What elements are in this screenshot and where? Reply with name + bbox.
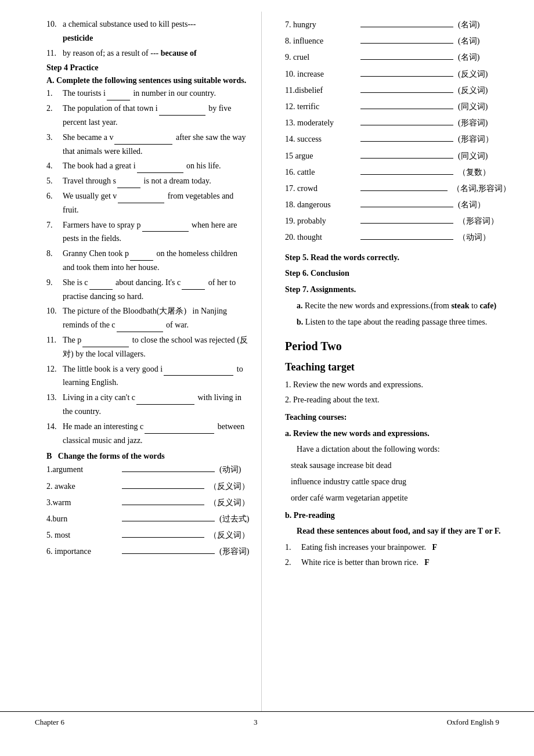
word-label: 5. most bbox=[46, 528, 122, 542]
list-item: 14. He made an interesting c between cla… bbox=[46, 420, 250, 448]
list-item: 12. The little book is a very good i to … bbox=[46, 362, 250, 390]
footer-left: Chapter 6 bbox=[35, 718, 64, 727]
item-content: White rice is better than brown rice. F bbox=[301, 556, 511, 570]
word-type-row: 15 argue (同义词) bbox=[285, 149, 511, 163]
word-label: 6. importance bbox=[46, 544, 122, 559]
item-content: Granny Chen took p on the homeless child… bbox=[63, 247, 250, 275]
courses-bold: Teaching courses: bbox=[285, 413, 347, 422]
word-blank bbox=[360, 27, 453, 27]
word-blank bbox=[360, 141, 453, 142]
blank bbox=[136, 404, 194, 405]
review-title: a. Review the new words and expressions. bbox=[285, 427, 511, 441]
answer-bold: pesticide bbox=[63, 34, 93, 42]
list-item: 4. The book had a great i on his life. bbox=[46, 159, 250, 173]
blank bbox=[145, 433, 214, 434]
list-item: 13. Living in a city can't c with living… bbox=[46, 391, 250, 419]
blank bbox=[130, 260, 153, 261]
assign-a-label: a. bbox=[297, 301, 303, 310]
item-content: She became a v after she saw the way tha… bbox=[63, 131, 250, 159]
blank bbox=[164, 375, 233, 376]
review-bold: a. Review the new words and expressions. bbox=[285, 429, 430, 438]
item-content: The p to close the school was rejected (… bbox=[63, 333, 250, 361]
page: 10. a chemical substance used to kill pe… bbox=[0, 0, 534, 756]
word-label: 1.argument bbox=[46, 462, 122, 477]
word-type-row: 11.disbelief (反义词) bbox=[285, 83, 511, 98]
prereading-title: b. Pre-reading bbox=[285, 509, 511, 523]
word-blank bbox=[122, 505, 204, 505]
item-number: 11. bbox=[46, 333, 63, 361]
list-item: 7. Farmers have to spray p when here are… bbox=[46, 218, 250, 246]
word-label: 16. cattle bbox=[285, 165, 360, 179]
item-number: 3. bbox=[46, 131, 63, 159]
word-type-row: 16. cattle （复数） bbox=[285, 165, 511, 179]
word-blank bbox=[360, 190, 447, 191]
word-type: (名词) bbox=[458, 34, 479, 48]
words-line2: influence industry cattle space drug bbox=[291, 475, 511, 489]
word-label: 12. terrific bbox=[285, 99, 360, 114]
teaching-title: Teaching target bbox=[285, 358, 511, 376]
section-a-bold: A. Complete the following sentences usin… bbox=[46, 76, 246, 85]
section-b-title: B Change the forms of the words bbox=[46, 452, 250, 461]
word-form-row: 4.burn (过去式) bbox=[46, 512, 250, 526]
blank bbox=[142, 231, 189, 232]
item-number: 6. bbox=[46, 189, 63, 217]
assignment-a: a. Recite the new words and expressions.… bbox=[285, 299, 511, 313]
words-line1: steak sausage increase bit dead bbox=[291, 459, 511, 473]
word-type-row: 8. influence (名词) bbox=[285, 34, 511, 48]
assign-b-label: b. bbox=[297, 318, 303, 326]
word-label: 7. hungry bbox=[285, 17, 360, 32]
footer: Chapter 6 3 Oxford English 9 bbox=[0, 711, 534, 733]
item-number: 9. bbox=[46, 276, 63, 304]
word-type-row: 13. moderately (形容词) bbox=[285, 116, 511, 130]
list-item: 3. She became a v after she saw the way … bbox=[46, 131, 250, 159]
left-column: 10. a chemical substance used to kill pe… bbox=[12, 12, 262, 711]
item-content: We usually get v from vegetables and fru… bbox=[63, 189, 250, 217]
list-item: 1. The tourists i in number in our count… bbox=[46, 87, 250, 100]
word-type-row: 7. hungry (名词) bbox=[285, 17, 511, 32]
list-item: 5. Travel through s is not a dream today… bbox=[46, 174, 250, 188]
word-blank bbox=[122, 521, 215, 521]
word-type: （形容词） bbox=[458, 214, 499, 228]
courses-title: Teaching courses: bbox=[285, 411, 511, 424]
word-blank bbox=[360, 239, 453, 240]
word-label: 9. cruel bbox=[285, 50, 360, 64]
right-column: 7. hungry (名词) 8. influence (名词) 9. crue… bbox=[262, 12, 522, 711]
word-type: (反义词) bbox=[458, 83, 488, 98]
blank bbox=[89, 289, 113, 290]
item-number: 8. bbox=[46, 247, 63, 275]
word-type: （反义词） bbox=[209, 528, 250, 542]
item-number: 12. bbox=[46, 362, 63, 390]
word-form-row: 1.argument (动词) bbox=[46, 462, 250, 477]
word-label: 10. increase bbox=[285, 67, 360, 81]
word-label: 14. success bbox=[285, 132, 360, 146]
section-a-title: A. Complete the following sentences usin… bbox=[46, 76, 250, 85]
footer-center: 3 bbox=[254, 718, 258, 727]
item-number: 7. bbox=[46, 218, 63, 246]
word-label: 17. crowd bbox=[285, 181, 360, 196]
word-blank bbox=[360, 59, 453, 60]
item-number: 1. bbox=[285, 541, 301, 555]
assign-a-cafe: cafe) bbox=[479, 301, 496, 310]
word-type: (同义词) bbox=[458, 99, 488, 114]
blank bbox=[118, 203, 164, 203]
word-blank bbox=[360, 125, 453, 125]
word-type: (同义词) bbox=[458, 149, 488, 163]
word-label: 4.burn bbox=[46, 512, 122, 526]
word-blank bbox=[360, 223, 453, 224]
step5-text: Step 5. Read the words correctly. bbox=[285, 251, 511, 265]
prereading-bold: b. Pre-reading bbox=[285, 511, 335, 520]
word-type: （复数） bbox=[458, 165, 490, 179]
item-content: The tourists i in number in our country. bbox=[63, 87, 250, 100]
word-form-row: 6. importance (形容词) bbox=[46, 544, 250, 559]
blank bbox=[117, 332, 163, 332]
item-content: She is c about dancing. It's c of her to… bbox=[63, 276, 250, 304]
list-item: 2. The population of that town i by five… bbox=[46, 102, 250, 129]
teaching-item: 1. Review the new words and expressions. bbox=[285, 378, 511, 392]
word-label: 19. probably bbox=[285, 214, 360, 228]
word-blank bbox=[122, 488, 204, 489]
word-type: (形容词） bbox=[458, 132, 493, 146]
period-title: Period Two bbox=[285, 336, 511, 356]
word-blank bbox=[360, 174, 453, 175]
word-blank bbox=[360, 158, 453, 159]
list-item: 8. Granny Chen took p on the homeless ch… bbox=[46, 247, 250, 275]
